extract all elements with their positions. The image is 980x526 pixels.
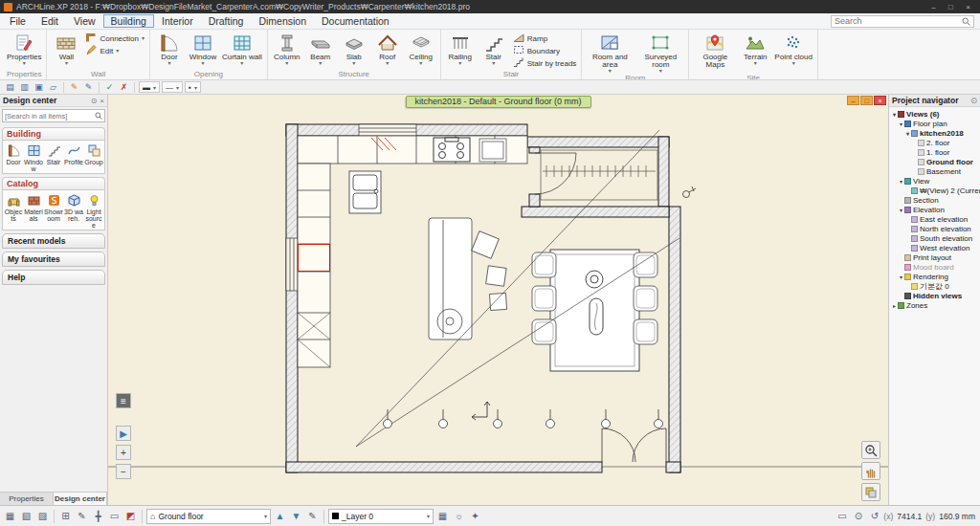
refresh-icon[interactable]: ↺ <box>867 509 881 523</box>
tree-item-south-elevation[interactable]: South elevation <box>889 233 980 243</box>
ribbon-tool-connection[interactable]: Connection ▾ <box>83 33 146 44</box>
ribbon-tool-beam[interactable]: Beam ▾ <box>304 31 337 66</box>
layer-selector[interactable]: _Layer 0 ▾ <box>328 509 434 524</box>
tree-item-rendering[interactable]: ▾Rendering <box>889 272 980 281</box>
line-style-select[interactable]: ▬▾ <box>139 81 160 93</box>
tile-two-icon[interactable]: ▧ <box>19 509 33 523</box>
sun-icon[interactable]: ☼ <box>452 509 466 523</box>
tracking-icon[interactable]: ⊙ <box>851 509 865 523</box>
close-icon[interactable]: × <box>100 97 104 105</box>
tree-item-views[interactable]: ▾Views (6) <box>889 109 980 119</box>
view-minimize-button[interactable]: – <box>847 96 859 105</box>
dc-item-3d-warehouse[interactable]: 3D wareh. <box>64 192 83 229</box>
pan-hand-button[interactable] <box>861 462 880 480</box>
ribbon-tool-column[interactable]: Column ▾ <box>271 31 303 66</box>
tree-item-basement[interactable]: Basement <box>889 166 980 176</box>
ribbon-tool-point-cloud[interactable]: Point cloud ▾ <box>772 31 814 66</box>
dc-item-materials[interactable]: Materials <box>24 192 43 229</box>
tree-item-section[interactable]: Section <box>889 195 980 205</box>
pin-icon[interactable]: ⊙ <box>970 96 977 105</box>
menu-drafting[interactable]: Drafting <box>201 14 252 28</box>
tree-item-hidden-views[interactable]: Hidden views <box>889 291 980 300</box>
view-restore-button[interactable]: □ <box>860 96 873 105</box>
menu-building[interactable]: Building <box>103 14 154 28</box>
dc-item-door[interactable]: Door <box>4 142 23 172</box>
ribbon-tool-ceiling[interactable]: Ceiling ▾ <box>405 31 437 66</box>
tree-item-north-elevation[interactable]: North elevation <box>889 224 980 233</box>
menu-edit[interactable]: Edit <box>33 14 66 28</box>
ribbon-tool-ramp[interactable]: Ramp <box>511 33 579 44</box>
help-button[interactable]: Help <box>2 270 105 285</box>
minimize-button[interactable]: – <box>925 3 942 11</box>
menu-file[interactable]: File <box>2 14 33 28</box>
recent-models-button[interactable]: Recent models <box>2 233 105 249</box>
zoom-window-button[interactable] <box>861 441 880 459</box>
search-input[interactable] <box>835 16 959 26</box>
dc-item-showroom[interactable]: Showroom <box>44 192 63 229</box>
menu-view[interactable]: View <box>66 14 103 28</box>
frame-icon[interactable]: ▭ <box>835 509 849 523</box>
maximize-button[interactable]: □ <box>943 3 959 11</box>
drawing-canvas[interactable]: kitchen2018 - Default - Ground floor (0 … <box>108 95 888 505</box>
dc-item-light-source[interactable]: Light source <box>84 192 103 229</box>
blue-pen-icon[interactable]: ✎ <box>82 82 95 92</box>
save-project-icon[interactable]: ▣ <box>33 82 45 92</box>
menu-documentation[interactable]: Documentation <box>314 14 397 28</box>
search-field[interactable] <box>831 15 974 28</box>
ribbon-tool-terrain[interactable]: Terrain ▾ <box>739 31 771 66</box>
new-drawing-icon[interactable]: ▤ <box>4 82 16 92</box>
tab-properties[interactable]: Properties <box>0 493 54 505</box>
dc-item-objects[interactable]: Objects <box>4 192 23 229</box>
ribbon-tool-surveyed-room[interactable]: Surveyed room ▾ <box>635 31 685 74</box>
floor-selector[interactable]: ⌂ Ground floor ▾ <box>146 509 271 524</box>
annotate-pen-icon[interactable]: ✎ <box>305 509 320 523</box>
tree-item-west-elevation[interactable]: West elevation <box>889 243 980 252</box>
zoom-in-button[interactable]: + <box>116 445 131 460</box>
tree-item-view-2[interactable]: ₩(View) 2 (Current vi <box>889 186 980 195</box>
sketch-pen-icon[interactable]: ✎ <box>75 509 89 523</box>
ribbon-tool-properties[interactable]: Properties ▾ <box>5 31 43 66</box>
line-weight-select[interactable]: —▾ <box>162 81 183 93</box>
open-project-icon[interactable]: ▥ <box>18 82 31 92</box>
tree-item-floor-plan[interactable]: ▾Floor plan <box>889 119 980 128</box>
close-button[interactable]: × <box>960 3 976 11</box>
ucs-icon[interactable]: ◩ <box>123 509 138 523</box>
tile-four-icon[interactable]: ▨ <box>35 509 50 523</box>
canvas-menu-handle[interactable]: ≡ <box>116 393 131 408</box>
tree-item-zones[interactable]: ▸Zones <box>889 300 980 310</box>
view-close-button[interactable]: × <box>874 96 886 105</box>
ribbon-tool-door[interactable]: Door ▾ <box>153 31 186 66</box>
tree-item-east-elevation[interactable]: East elevation <box>889 214 980 224</box>
ribbon-tool-room-and-area[interactable]: Room and area ▾ <box>585 31 635 74</box>
ribbon-tool-slab[interactable]: Slab ▾ <box>338 31 370 66</box>
ribbon-tool-google-maps[interactable]: Google Maps <box>692 31 738 74</box>
accept-icon[interactable]: ✓ <box>103 82 116 92</box>
ribbon-tool-stair-by-treads[interactable]: Stair by treads <box>511 57 579 69</box>
dc-item-group[interactable]: Group <box>84 142 103 172</box>
tree-item-ground-floor[interactable]: Ground floor <box>889 157 980 166</box>
ortho-cross-icon[interactable]: ╋ <box>91 509 105 523</box>
ribbon-tool-wall[interactable]: Wall ▾ <box>50 31 82 66</box>
ribbon-tool-curtain-wall[interactable]: Curtain wall ▾ <box>220 31 264 66</box>
tree-item-mood-board[interactable]: Mood board <box>889 262 980 272</box>
design-center-search[interactable] <box>2 109 105 122</box>
tab-design-center[interactable]: Design center <box>54 493 107 505</box>
pen-color-select[interactable]: ▪▾ <box>185 81 201 93</box>
ribbon-tool-boundary[interactable]: Boundary <box>511 45 579 56</box>
my-favourites-button[interactable]: My favourites <box>2 252 105 267</box>
ribbon-tool-stair[interactable]: Stair ▾ <box>478 31 510 66</box>
tree-item-1-floor[interactable]: 1. floor <box>889 147 980 157</box>
panel-expand-arrow[interactable]: ▶ <box>116 426 131 441</box>
cancel-icon[interactable]: ✗ <box>118 82 130 92</box>
snap-grid-icon[interactable]: ⊞ <box>58 509 73 523</box>
tree-item-view[interactable]: ▾View <box>889 176 980 186</box>
tile-one-icon[interactable]: ▦ <box>3 509 17 523</box>
dc-item-profile[interactable]: Profile <box>64 142 83 172</box>
tree-item-render-default[interactable]: 기본값 0 <box>889 281 980 291</box>
ribbon-tool-window[interactable]: Window ▾ <box>187 31 219 66</box>
tree-item-2-floor[interactable]: 2. floor <box>889 138 980 147</box>
sparkle-icon[interactable]: ✦ <box>468 509 482 523</box>
ribbon-tool-roof[interactable]: Roof ▾ <box>371 31 404 66</box>
section-building[interactable]: Building <box>2 127 105 140</box>
design-center-search-input[interactable] <box>5 112 95 121</box>
